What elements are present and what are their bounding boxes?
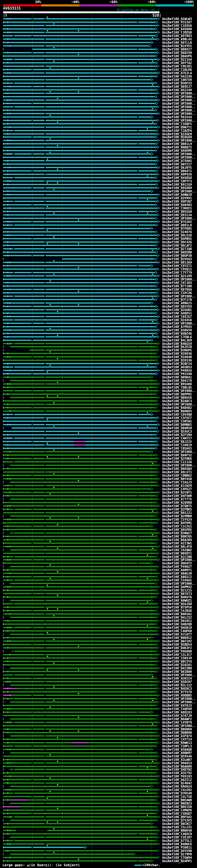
hit-label[interactable]: UniRef100_Q8IBA0 (162, 670, 192, 673)
hit-label[interactable]: UniRef100_Q1WLW3 (162, 17, 192, 21)
hit-label[interactable]: UniRef100_C1BZP4 (162, 129, 192, 132)
hit-label[interactable]: UniRef100_Q25189 (162, 274, 192, 278)
hit-label[interactable]: UniRef100_Q21215 (162, 589, 192, 592)
hit-label[interactable]: UniRef100_B3RW27 (162, 531, 192, 535)
hit-label[interactable]: UniRef100_B9SU88 (162, 382, 192, 386)
hit-label[interactable]: UniRef100_Q40403 (162, 203, 192, 207)
hit-label[interactable]: UniRef100_A9LST1 (162, 470, 192, 474)
hit-label[interactable]: UniRef100_B0ENZ3 (162, 802, 192, 805)
hit-label[interactable]: UniRef100_Q58G69 (162, 135, 192, 139)
hit-label[interactable]: UniRef100_C0Z2G7 (162, 315, 192, 318)
hit-label[interactable]: UniRef100_C5KVJ9 (162, 656, 192, 660)
hit-label[interactable]: UniRef100_Q5DCH7 (162, 680, 192, 684)
hit-label[interactable]: UniRef100_B6AH09 (162, 765, 192, 768)
hit-label[interactable]: UniRef100_P46800 (162, 650, 192, 653)
hit-label[interactable]: UniRef100_A5K5I4 (162, 677, 192, 680)
hit-label[interactable]: UniRef100_A9XEM9 (162, 149, 192, 152)
hit-label[interactable]: UniRef100_Q60FS2 (162, 454, 192, 457)
hit-label[interactable]: UniRef100_Q6EEB0 (162, 251, 192, 254)
hit-label[interactable]: UniRef100_B9I2G9 (162, 183, 192, 186)
hit-label[interactable]: UniRef100_C8BLQ5 (162, 386, 192, 389)
hit-label[interactable]: UniRef100_B8BQ72 (162, 146, 192, 149)
hit-label[interactable]: UniRef100_B0EAW0 (162, 798, 192, 802)
hit-label[interactable]: UniRef100_UPI000.. (162, 98, 195, 102)
hit-label[interactable]: UniRef100_Q7YST8 (162, 690, 192, 694)
hit-label[interactable]: UniRef100_B7T1N8 (162, 284, 192, 288)
hit-label[interactable]: UniRef100_UPI000.. (162, 673, 195, 677)
hit-label[interactable]: UniRef100_Q2FBK6 (162, 457, 192, 460)
hit-label[interactable]: UniRef100_P49026 (162, 369, 192, 372)
hit-label[interactable]: UniRef100_B8NT05 (162, 535, 192, 538)
hit-label[interactable]: UniRef100_C9E2R1 (162, 65, 192, 68)
hit-label[interactable]: UniRef100_B6K8C2 (162, 636, 192, 640)
hit-label[interactable]: UniRef100_Q4YX90 (162, 849, 192, 852)
hit-label[interactable]: UniRef100_C7GW94 (162, 856, 192, 859)
hit-label[interactable]: UniRef100_UPI000.. (162, 464, 195, 467)
hit-label[interactable]: UniRef100_Q86M20 (162, 427, 192, 430)
hit-label[interactable]: UniRef100_C1BLK6 (162, 68, 192, 71)
hit-label[interactable]: UniRef100_C4M6P6 (162, 809, 192, 812)
hit-label[interactable]: UniRef100_Q9C4Z6 (162, 241, 192, 244)
hit-label[interactable]: UniRef100_UPI000.. (162, 95, 195, 98)
hit-label[interactable]: UniRef100_C1H819 (162, 443, 192, 447)
hit-label[interactable]: UniRef100_C4YTI4 (162, 738, 192, 741)
hit-label[interactable]: UniRef100_P93340 (162, 372, 192, 376)
hit-label[interactable]: UniRef100_B4DWC6 (162, 842, 192, 846)
hit-label[interactable]: UniRef100_B4E0C3 (162, 687, 192, 690)
hit-label[interactable]: UniRef100_Q4F6W9 (162, 494, 192, 498)
hit-label[interactable]: UniRef100_B6HQX5 (162, 409, 192, 413)
hit-label[interactable]: UniRef100_Q86SB4 (162, 467, 192, 470)
hit-label[interactable]: UniRef100_C5L3C7 (162, 653, 192, 656)
hit-label[interactable]: UniRef100_A1CW29 (162, 484, 192, 488)
hit-label[interactable]: UniRef100_Q9W7I1 (162, 126, 192, 129)
hit-label[interactable]: UniRef100_Q7RS49 (162, 792, 192, 795)
hit-label[interactable]: UniRef100_Q2GUD1 (162, 308, 192, 312)
hit-label[interactable]: UniRef100_O24076 (162, 230, 192, 234)
hit-label[interactable]: UniRef100_Q10281 (162, 663, 192, 666)
hit-label[interactable]: UniRef100_A8N6I5 (162, 302, 192, 305)
hit-label[interactable]: UniRef100_P69103 (162, 775, 192, 778)
hit-label[interactable]: UniRef100_C4QXC0 (162, 832, 192, 836)
hit-label[interactable]: UniRef100_A2I3W1 (162, 541, 192, 545)
hit-label[interactable]: UniRef100_Q0CSY4 (162, 660, 192, 663)
hit-label[interactable]: UniRef100_A5DAQ8 (162, 748, 192, 751)
hit-label[interactable]: UniRef100_A7S9A5 (162, 159, 192, 162)
hit-label[interactable]: UniRef100_Q0GN69 (162, 727, 192, 731)
hit-label[interactable]: UniRef100_Q2V991 (162, 196, 192, 200)
hit-label[interactable]: UniRef100_Q6VEJ7 (162, 85, 192, 88)
hit-label[interactable]: UniRef100_P25387 (162, 21, 192, 24)
hit-label[interactable]: UniRef100_UPI000.. (162, 697, 195, 701)
hit-label[interactable]: UniRef100_B6KSU1 (162, 613, 192, 616)
hit-label[interactable]: UniRef100_A3LWH7 (162, 758, 192, 762)
hit-label[interactable]: UniRef100_Q5DD54 (162, 643, 192, 646)
hit-label[interactable]: UniRef100_Q4UA19 (162, 626, 192, 629)
hit-label[interactable]: UniRef100_Q6Y217 (162, 162, 192, 166)
hit-label[interactable]: UniRef100_Q864T1 (162, 169, 192, 173)
hit-label[interactable]: UniRef100_B5VPP1 (162, 859, 192, 863)
hit-label[interactable]: UniRef100_C8YZ71 (162, 264, 192, 268)
hit-label[interactable]: UniRef100_A9NWJ9 (162, 193, 192, 196)
hit-label[interactable]: UniRef100_Q6J0Y5 (162, 166, 192, 169)
hit-label[interactable]: UniRef100_UPI000.. (162, 322, 195, 325)
hit-label[interactable]: UniRef100_C3XQF5 (162, 122, 192, 126)
hit-label[interactable]: UniRef100_B6SJ21 (162, 511, 192, 515)
hit-label[interactable]: UniRef100_A7LH77 (162, 633, 192, 636)
hit-label[interactable]: UniRef100_C3KHC5 (162, 207, 192, 210)
hit-label[interactable]: UniRef100_A9RL45 (162, 37, 192, 41)
hit-label[interactable]: UniRef100_A9BKM7 (162, 751, 192, 755)
hit-label[interactable]: UniRef100_C4PG27 (162, 488, 192, 491)
hit-label[interactable]: UniRef100_C5DGD7 (162, 812, 192, 815)
hit-label[interactable]: UniRef100_A4QV51 (162, 312, 192, 315)
hit-label[interactable]: UniRef100_B2VS63 (162, 257, 192, 261)
hit-label[interactable]: UniRef100_Q6BKH8 (162, 731, 192, 734)
hit-label[interactable]: UniRef100_Q24D42 (162, 781, 192, 785)
hit-label[interactable]: UniRef100_C4LTS8 (162, 795, 192, 798)
hit-label[interactable]: UniRef100_A9YTA2 (162, 61, 192, 65)
hit-label[interactable]: UniRef100_A9TNV3 (162, 34, 192, 37)
hit-label[interactable]: UniRef100_UPI000.. (162, 217, 195, 220)
hit-label[interactable]: UniRef100_B7FKR5 (162, 227, 192, 230)
hit-label[interactable]: UniRef100_Q870G6 (162, 288, 192, 291)
hit-label[interactable]: UniRef100_Q95PD5 (162, 528, 192, 531)
hit-label[interactable]: UniRef100_Q4PBV5 (162, 237, 192, 241)
hit-label[interactable]: UniRef100_Q8AVP6 (162, 55, 192, 58)
